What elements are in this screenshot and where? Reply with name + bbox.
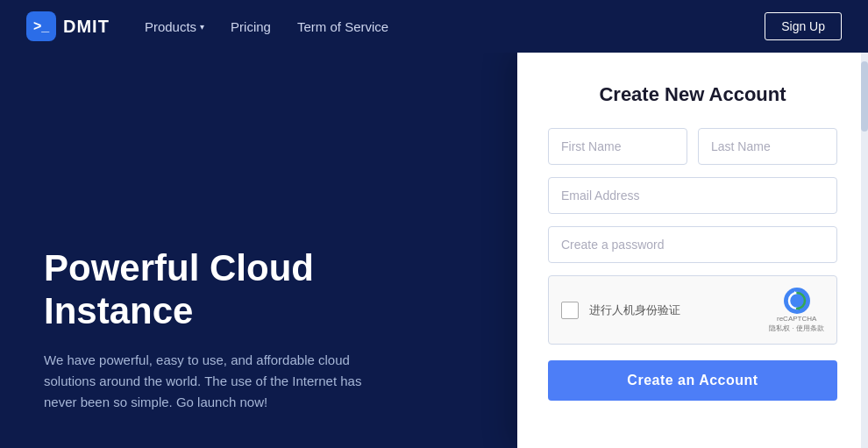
logo-icon: >_ <box>26 11 56 41</box>
password-input[interactable] <box>548 226 837 263</box>
recaptcha-links: 隐私权 · 使用条款 <box>769 324 824 333</box>
scrollbar-thumb[interactable] <box>861 61 868 132</box>
nav-links: Products ▾ Pricing Term of Service <box>145 19 765 34</box>
decorative-mountain: // Generate dot grid for(let row=0;row<2… <box>140 61 368 228</box>
password-group <box>548 226 837 263</box>
hero-description: We have powerful, easy to use, and affor… <box>44 350 377 413</box>
navbar: >_ DMIT Products ▾ Pricing Term of Servi… <box>0 0 868 53</box>
email-input[interactable] <box>548 177 837 214</box>
hero-section: // Generate dot grid for(let row=0;row<2… <box>0 53 517 448</box>
first-name-input[interactable] <box>548 128 687 165</box>
nav-tos[interactable]: Term of Service <box>297 19 388 34</box>
svg-marker-0 <box>140 66 368 228</box>
signup-button[interactable]: Sign Up <box>765 12 842 40</box>
recaptcha-logo-icon <box>783 287 811 315</box>
email-group <box>548 177 837 214</box>
svg-point-2 <box>784 288 810 314</box>
captcha-right: reCAPTCHA 隐私权 · 使用条款 <box>769 287 824 333</box>
hero-title: Powerful Cloud Instance <box>44 247 377 332</box>
recaptcha-brand: reCAPTCHA <box>777 315 816 324</box>
captcha-box[interactable]: 进行人机身份验证 reCAPTCHA 隐私权 · 使用条款 <box>548 275 837 345</box>
captcha-left: 进行人机身份验证 <box>561 302 680 319</box>
form-title: Create New Account <box>548 83 837 106</box>
name-row <box>548 128 837 165</box>
create-account-button[interactable]: Create an Account <box>548 360 837 401</box>
last-name-input[interactable] <box>698 128 837 165</box>
main-content: // Generate dot grid for(let row=0;row<2… <box>0 53 868 448</box>
nav-pricing[interactable]: Pricing <box>231 19 271 34</box>
chevron-down-icon: ▾ <box>200 22 204 32</box>
captcha-label: 进行人机身份验证 <box>589 302 680 318</box>
captcha-checkbox[interactable] <box>561 302 579 319</box>
nav-products[interactable]: Products ▾ <box>145 19 204 34</box>
logo-text: DMIT <box>63 17 110 37</box>
scrollbar[interactable] <box>861 53 868 448</box>
registration-form-panel: Create New Account 进行人机身份验证 <box>517 53 868 448</box>
logo[interactable]: >_ DMIT <box>26 11 110 41</box>
